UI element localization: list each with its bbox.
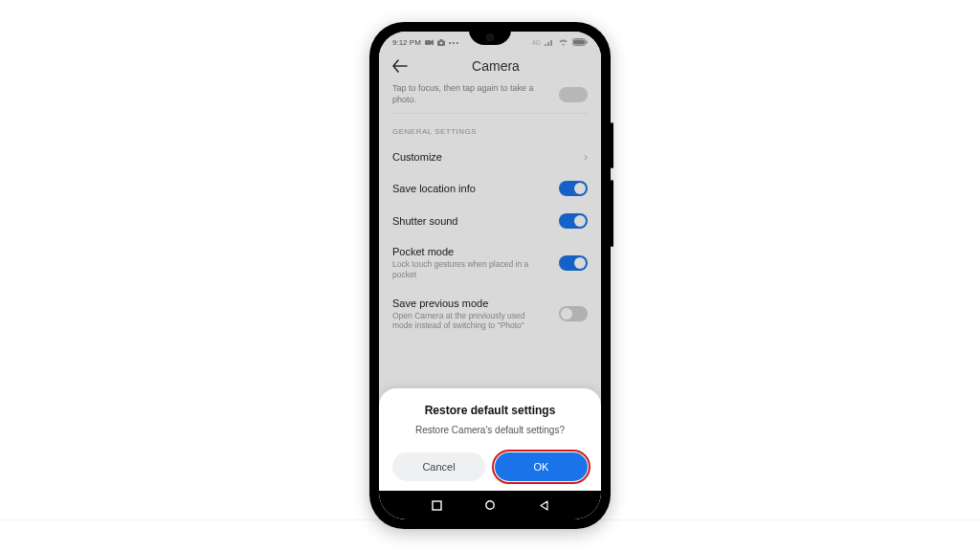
status-time: 9:12 PM <box>392 38 421 47</box>
battery-icon <box>572 38 588 46</box>
row-label: Save location info <box>392 183 476 194</box>
nav-recent-button[interactable] <box>430 498 443 512</box>
more-icon: ••• <box>449 38 459 47</box>
square-icon <box>432 500 442 511</box>
dialog-title: Restore default settings <box>392 404 588 417</box>
video-icon <box>425 39 434 46</box>
page-title: Camera <box>402 58 590 74</box>
row-label: Pocket mode <box>392 246 536 257</box>
row-save-previous[interactable]: Save previous mode Open Camera at the pr… <box>392 289 588 340</box>
app-bar: Camera <box>379 53 601 83</box>
nav-home-button[interactable] <box>483 498 497 512</box>
svg-rect-0 <box>425 40 431 45</box>
row-label: Shutter sound <box>392 215 458 227</box>
side-button <box>611 180 613 247</box>
android-nav-bar <box>379 491 601 519</box>
row-label: Save previous mode <box>392 298 536 309</box>
network-label: 4G <box>532 39 541 46</box>
dialog-restore-defaults: Restore default settings Restore Camera'… <box>379 388 601 491</box>
cancel-button-label: Cancel <box>422 461 455 473</box>
phone-screen: 9:12 PM ••• 4G <box>379 32 601 519</box>
row-shutter-sound[interactable]: Shutter sound <box>392 205 588 237</box>
ok-button-label: OK <box>534 461 549 473</box>
side-button <box>611 122 613 168</box>
signal-icon <box>545 38 554 46</box>
circle-icon <box>484 499 496 511</box>
row-sublabel: Lock touch gestures when placed in a poc… <box>392 259 536 279</box>
svg-rect-6 <box>586 41 587 44</box>
toggle-save-location[interactable] <box>559 181 588 196</box>
row-pocket-mode[interactable]: Pocket mode Lock touch gestures when pla… <box>392 237 588 288</box>
svg-point-3 <box>439 41 442 44</box>
camera-icon <box>437 39 445 46</box>
section-header: GENERAL SETTINGS <box>392 127 588 136</box>
svg-point-8 <box>486 501 494 509</box>
svg-rect-7 <box>433 501 441 510</box>
svg-rect-5 <box>573 40 585 45</box>
row-label: Customize <box>392 151 442 163</box>
triangle-left-icon <box>539 500 549 511</box>
truncated-setting-row[interactable]: Tap to focus, then tap again to take a p… <box>392 83 588 114</box>
row-sublabel: Open Camera at the previously used mode … <box>392 311 536 331</box>
phone-frame: 9:12 PM ••• 4G <box>369 22 611 529</box>
nav-back-button[interactable] <box>537 498 550 512</box>
chevron-right-icon: › <box>584 150 588 164</box>
ok-button[interactable]: OK <box>495 452 588 481</box>
dialog-message: Restore Camera's default settings? <box>392 425 588 435</box>
truncated-line: Tap to focus, then tap again to take a <box>392 83 534 95</box>
row-customize[interactable]: Customize › <box>392 142 588 172</box>
toggle-pocket-mode[interactable] <box>559 255 588 271</box>
toggle-shutter-sound[interactable] <box>559 213 588 229</box>
wifi-icon <box>558 38 568 46</box>
toggle-save-previous[interactable] <box>559 306 588 321</box>
row-save-location[interactable]: Save location info <box>392 172 588 205</box>
toggle-disabled-icon <box>559 87 588 102</box>
cancel-button[interactable]: Cancel <box>392 452 485 481</box>
truncated-line: photo. <box>392 95 534 106</box>
svg-rect-2 <box>439 39 442 41</box>
